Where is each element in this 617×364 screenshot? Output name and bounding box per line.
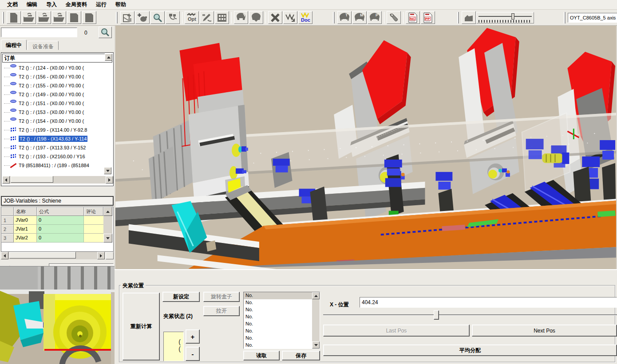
table-vscroll-top[interactable] — [103, 207, 112, 216]
menu-global-data[interactable]: 全局资料 — [61, 0, 91, 9]
tree-item[interactable]: T9 (85188411) : / (189 - (851884 — [2, 161, 104, 170]
menu-import[interactable]: 导入 — [42, 0, 61, 9]
list-item[interactable]: No. — [244, 342, 320, 349]
open-folder-button[interactable] — [37, 11, 51, 24]
tree-item[interactable]: T2 () : / (199 - (X114.00 / Y-92.8 — [2, 125, 104, 134]
machine-p-button[interactable]: P — [368, 11, 382, 24]
machine-selector[interactable]: OYT_C8605B_5 axis — [568, 13, 617, 23]
table-horizontal-scrollbar[interactable] — [1, 252, 105, 259]
table-vscroll-track[interactable] — [103, 225, 112, 234]
list-item[interactable]: No. — [244, 313, 320, 321]
list-item[interactable]: No. — [244, 321, 320, 328]
list-item[interactable]: No. — [244, 335, 320, 342]
x-position-input[interactable] — [360, 297, 617, 308]
part-view-button[interactable] — [462, 11, 476, 24]
add-part-button[interactable] — [135, 11, 150, 24]
tool-head-button[interactable] — [234, 11, 248, 24]
cell-name[interactable]: JVar1 — [14, 225, 37, 234]
cell-formula[interactable]: 0 — [37, 216, 84, 225]
list-item[interactable]: No. — [244, 299, 320, 306]
new-setting-button[interactable]: 新设定 — [162, 292, 200, 302]
cell-comment[interactable] — [84, 234, 103, 243]
menu-run[interactable]: 运行 — [91, 0, 111, 9]
header-name[interactable]: 名称 — [14, 207, 37, 216]
listbox-scroll-up-button[interactable] — [312, 292, 320, 299]
table-scroll-right-button[interactable] — [97, 252, 105, 259]
table-row[interactable]: 3 JVar2 0 — [1, 234, 113, 243]
toolbar-grip[interactable] — [2, 12, 4, 23]
x-position-slider-track[interactable] — [323, 314, 617, 316]
tree-item[interactable]: T2 () : / (197 - (X113.93 / Y-152 — [2, 143, 104, 152]
menu-help[interactable]: 帮助 — [111, 0, 131, 9]
zoom-slider[interactable] — [476, 12, 534, 23]
table-vscroll-bottom[interactable] — [103, 234, 112, 243]
recalculate-button[interactable]: 重新计算 — [123, 293, 160, 360]
tree-item[interactable]: T2 () : / (154 - (X0.00 / Y0.00 ( — [2, 117, 104, 125]
tab-programming[interactable]: 编程中 — [1, 39, 27, 50]
menu-edit[interactable]: 编辑 — [22, 0, 42, 9]
tree-item-selected[interactable]: T2 () : / (198 - (X143.63 / Y-114 — [2, 134, 104, 143]
position-listbox[interactable]: No. No. No. No. No. No. No. No. — [243, 292, 320, 349]
document-dark-button[interactable] — [67, 11, 81, 24]
listbox-scrollbar[interactable] — [312, 292, 320, 348]
viewport-3d[interactable] — [115, 26, 617, 269]
decrement-button[interactable]: - — [186, 347, 200, 361]
table-scrollbar-thumb[interactable] — [9, 252, 76, 258]
list-item[interactable]: No. — [244, 306, 320, 313]
machine-t-button[interactable]: T — [337, 11, 352, 24]
tree-scrollbar-thumb[interactable] — [11, 176, 53, 183]
toolbar-grip[interactable] — [564, 12, 566, 23]
delete-button[interactable] — [268, 11, 282, 24]
notes-button[interactable] — [166, 11, 180, 24]
tree-item[interactable]: T2 () : / (156 - (X0.00 / Y0.00 ( — [2, 72, 104, 81]
tree-horizontal-scrollbar[interactable] — [2, 176, 113, 184]
search-button[interactable] — [99, 27, 112, 38]
tree-item[interactable]: T2 () : / (124 - (X0.00 / Y0.00 ( — [2, 63, 104, 72]
cell-name[interactable]: JVar0 — [14, 216, 37, 225]
cell-comment[interactable] — [84, 225, 103, 234]
preview-2d-view[interactable] — [0, 266, 115, 364]
cell-formula[interactable]: 0 — [37, 225, 84, 234]
menu-file[interactable]: 文档 — [3, 0, 22, 9]
listbox-scroll-down-button[interactable] — [312, 341, 320, 348]
cell-comment[interactable] — [84, 216, 103, 225]
tree-scroll-left-button[interactable] — [2, 176, 10, 184]
tree-item[interactable]: T2 () : / (149 - (X0.00 / Y0.00 ( — [2, 90, 104, 99]
zoom-slider-handle[interactable] — [511, 13, 514, 20]
pp-file-button[interactable]: PP — [421, 11, 435, 24]
list-item[interactable]: No. — [244, 328, 320, 335]
settings-button[interactable] — [387, 11, 401, 24]
tree-scroll-right-button[interactable] — [106, 176, 113, 184]
table-scroll-left-button[interactable] — [1, 252, 8, 259]
header-comment[interactable]: 评论 — [84, 207, 103, 216]
document-dark2-button[interactable] — [82, 11, 96, 24]
read-button[interactable]: 读取 — [243, 351, 280, 360]
open-document-button[interactable] — [22, 11, 36, 24]
last-pos-button[interactable]: Last Pos — [323, 325, 470, 337]
search-input[interactable] — [1, 27, 77, 37]
tool-head2-button[interactable] — [249, 11, 263, 24]
window-add-button[interactable] — [120, 11, 134, 24]
zoom-button[interactable] — [150, 11, 165, 24]
distribute-evenly-button[interactable]: 平均分配 — [323, 344, 617, 356]
cad-edit-button[interactable] — [200, 11, 214, 24]
tree-scroll-up-button[interactable] — [105, 54, 112, 61]
toolbar-grip[interactable] — [333, 12, 335, 23]
pull-open-button[interactable]: 拉开 — [203, 306, 240, 316]
toolbar-grip[interactable] — [116, 12, 118, 23]
tree-item[interactable]: T2 () : / (153 - (X0.00 / Y0.00 ( — [2, 108, 104, 117]
tab-device-prep[interactable]: 设备准备 — [28, 41, 59, 50]
machine-m-button[interactable]: M — [352, 11, 367, 24]
grid-button[interactable] — [215, 11, 229, 24]
nc-file-button[interactable]: NC — [406, 11, 420, 24]
tree-scroll-down-button[interactable] — [104, 167, 111, 174]
tree-item[interactable]: T2 () : / (151 - (X0.00 / Y0.00 ( — [2, 99, 104, 108]
clamp-state-list[interactable]: ( ( — [163, 332, 184, 361]
doc-export-button[interactable]: Doc — [298, 11, 312, 24]
rotate-box-button[interactable]: 旋转盒子 — [203, 292, 240, 302]
cell-name[interactable]: JVar2 — [14, 234, 37, 243]
table-vscroll-track[interactable] — [103, 216, 112, 225]
cell-formula[interactable]: 0 — [37, 234, 84, 243]
header-formula[interactable]: 公式 — [37, 207, 84, 216]
tree-item[interactable]: T2 () : / (155 - (X0.00 / Y0.00 ( — [2, 81, 104, 90]
